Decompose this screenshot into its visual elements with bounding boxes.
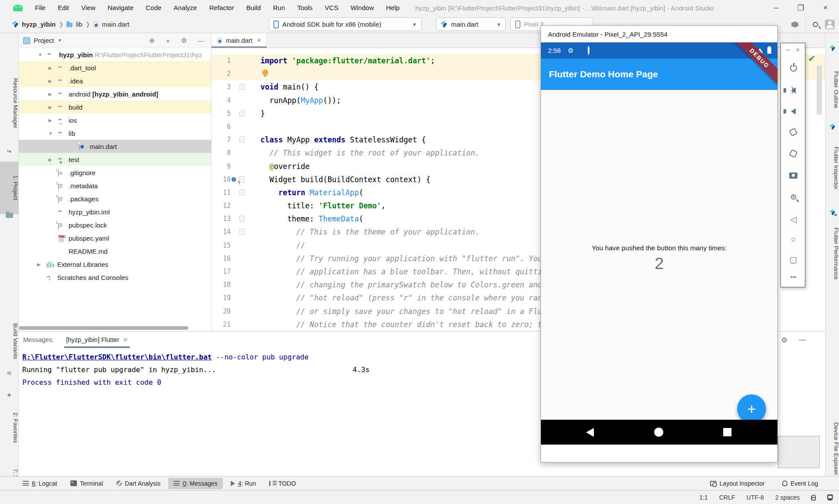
menu-run[interactable]: Run — [267, 0, 291, 16]
flutter-console-tab[interactable]: [hyzp_yibin] Flutter ✕ — [64, 331, 130, 348]
menu-window[interactable]: Window — [344, 0, 380, 16]
project-view-dropdown[interactable]: Project — [34, 37, 54, 44]
stripe-flutter-outline[interactable]: Flutter Outline — [825, 57, 839, 122]
chevron-collapsed-icon[interactable]: ▶ — [49, 105, 52, 110]
settings-gear-icon[interactable]: ⚙ — [781, 336, 787, 344]
emulator-screen[interactable]: DEBUG 2:58 ⚙ Flutter Demo Home Page You … — [541, 42, 777, 445]
tree-row-readme-md[interactable]: README.md — [19, 245, 211, 258]
encoding-indicator[interactable]: UTF-8 — [746, 494, 764, 501]
power-button-icon[interactable] — [781, 64, 806, 74]
fold-marker-icon[interactable]: − — [239, 176, 245, 182]
hide-panel-icon[interactable]: — — [198, 37, 204, 44]
caret-position[interactable]: 1:1 — [699, 494, 707, 501]
breadcrumb-file[interactable]: main.dart — [102, 21, 129, 28]
line-ending-indicator[interactable]: CRLF — [719, 494, 735, 501]
readonly-lock-icon[interactable] — [811, 497, 816, 501]
tree-row-build[interactable]: ▶✳build — [19, 100, 211, 114]
run-config-dropdown[interactable]: main.dart ▼ — [436, 17, 506, 31]
overview-button-icon[interactable] — [723, 428, 732, 436]
toolwindow-4-run[interactable]: 4: Run — [225, 478, 261, 489]
tab-main-dart[interactable]: main.dart ✕ — [211, 33, 267, 48]
toolwindow-layout-inspector[interactable]: Layout Inspector — [710, 478, 765, 489]
back-button-icon[interactable]: ◁ — [781, 214, 806, 224]
stripe-flutter-inspector[interactable]: Flutter Inspector — [825, 135, 839, 201]
tree-row--packages[interactable]: .packages — [19, 192, 211, 205]
menu-analyze[interactable]: Analyze — [167, 0, 203, 16]
collapse-all-icon[interactable]: ⌅ — [165, 37, 171, 45]
search-icon[interactable] — [813, 22, 818, 27]
fold-marker-icon[interactable]: − — [239, 84, 245, 90]
tree-row-main-dart[interactable]: main.dart — [19, 140, 211, 153]
gradle-daemon-icon[interactable] — [827, 494, 833, 501]
menu-tools[interactable]: Tools — [291, 0, 319, 16]
tree-row-test[interactable]: ▶◆test — [19, 153, 211, 166]
stripe-flutter-performance[interactable]: Flutter Performance — [825, 221, 839, 287]
menu-file[interactable]: File — [29, 0, 52, 16]
back-button-icon[interactable] — [586, 428, 594, 437]
settings-gear-icon[interactable]: ⚙ — [181, 37, 187, 45]
favorites-star-icon[interactable]: ★ — [5, 391, 13, 398]
chevron-collapsed-icon[interactable]: ▶ — [49, 66, 52, 70]
flutter-bat-link[interactable]: R:\Flutter\FlutterSDK\flutter\bin\flutte… — [22, 353, 211, 361]
chevron-expanded-icon[interactable]: ▼ — [38, 52, 42, 57]
stripe-1-project[interactable]: 1: Project — [0, 162, 19, 214]
stripe-device-file-explorer[interactable]: Device File Explorer — [825, 416, 839, 481]
volume-down-button-icon[interactable] — [781, 107, 806, 117]
overview-button-icon[interactable]: ▢ — [781, 255, 806, 265]
stripe-build-variants[interactable]: Build Variants — [0, 315, 19, 367]
fold-marker-icon[interactable]: − — [239, 229, 245, 235]
tree-row-hyzp-yibin[interactable]: ▼hyzp_yibin R:\FlutterProject\FlutterPro… — [19, 48, 211, 61]
more-button-icon[interactable]: ••• — [781, 274, 806, 280]
zoom-button-icon[interactable] — [781, 192, 806, 202]
breadcrumb-lib[interactable]: lib — [76, 21, 82, 28]
build-variants-icon[interactable]: ≋ — [5, 369, 13, 376]
home-button-icon[interactable] — [654, 428, 663, 437]
tree-row-ios[interactable]: ▶•••ios — [19, 114, 211, 127]
volume-up-button-icon[interactable] — [781, 86, 806, 96]
inspection-ok-icon[interactable]: ✔ — [808, 53, 815, 64]
tree-row-pubspec-yaml[interactable]: YMLpubspec.yaml — [19, 231, 211, 245]
menu-edit[interactable]: Edit — [52, 0, 75, 16]
rotate-right-button-icon[interactable] — [781, 149, 806, 159]
toolwindow-terminal[interactable]: Terminal — [65, 478, 108, 489]
menu-refactor[interactable]: Refactor — [203, 0, 240, 16]
stripe-2-favorites[interactable]: 2: Favorites — [0, 401, 19, 454]
fold-marker-icon[interactable]: − — [239, 216, 245, 221]
toolwindow-dart-analysis[interactable]: Dart Analysis — [111, 478, 166, 489]
toolwindow-event-log[interactable]: Event Log — [782, 478, 818, 489]
profile-avatar[interactable] — [825, 20, 835, 29]
menu-build[interactable]: Build — [240, 0, 267, 16]
chevron-expanded-icon[interactable]: ▼ — [49, 131, 53, 136]
tree-row-android[interactable]: ▶android [hyzp_yibin_android] — [19, 87, 211, 100]
close-window-button[interactable]: × — [823, 3, 828, 12]
tree-row--gitignore[interactable]: ⊘.gitignore — [19, 166, 211, 179]
tree-row-scratches-and-consoles[interactable]: ●Scratches and Consoles — [19, 271, 211, 284]
close-tab-icon[interactable]: ✕ — [257, 37, 261, 44]
hide-panel-icon[interactable]: — — [799, 336, 806, 344]
horizontal-scrollbar[interactable] — [19, 326, 188, 330]
increment-fab-button[interactable]: + — [737, 394, 766, 423]
emulator-title-bar[interactable]: Android Emulator - Pixel_2_API_29:5554 — [541, 26, 777, 42]
fold-marker-icon[interactable]: − — [239, 190, 245, 195]
tree-row-external-libraries[interactable]: ▶External Libraries — [19, 258, 211, 271]
breadcrumb-project[interactable]: hyzp_yibin — [22, 21, 56, 28]
toolwindow-6-logcat[interactable]: 6: Logcat — [17, 478, 62, 489]
chevron-collapsed-icon[interactable]: ▶ — [37, 262, 41, 267]
fold-marker-icon[interactable]: − — [239, 137, 245, 142]
screenshot-button-icon[interactable] — [781, 171, 806, 181]
chevron-collapsed-icon[interactable]: ▶ — [49, 79, 52, 83]
menu-help[interactable]: Help — [380, 0, 406, 16]
chevron-collapsed-icon[interactable]: ▶ — [49, 118, 52, 123]
toolwindow-0-messages[interactable]: 0: Messages — [168, 478, 222, 489]
locate-file-icon[interactable]: ⊕ — [149, 37, 155, 45]
tree-row--metadata[interactable]: .metadata — [19, 179, 211, 192]
tree-row-hyzp-yibin-iml[interactable]: hyzp_yibin.iml — [19, 205, 211, 218]
editor-scrollbar[interactable] — [817, 66, 822, 114]
device-selector-dropdown[interactable]: Android SDK built for x86 (mobile) ▼ — [269, 17, 422, 31]
menu-navigate[interactable]: Navigate — [101, 0, 139, 16]
menu-vcs[interactable]: VCS — [319, 0, 344, 16]
indent-indicator[interactable]: 2 spaces — [775, 494, 800, 501]
minimize-window-button[interactable]: – — [774, 3, 778, 12]
intention-bulb-icon[interactable] — [262, 69, 268, 76]
emulator-minimize-button[interactable]: – — [786, 46, 790, 54]
